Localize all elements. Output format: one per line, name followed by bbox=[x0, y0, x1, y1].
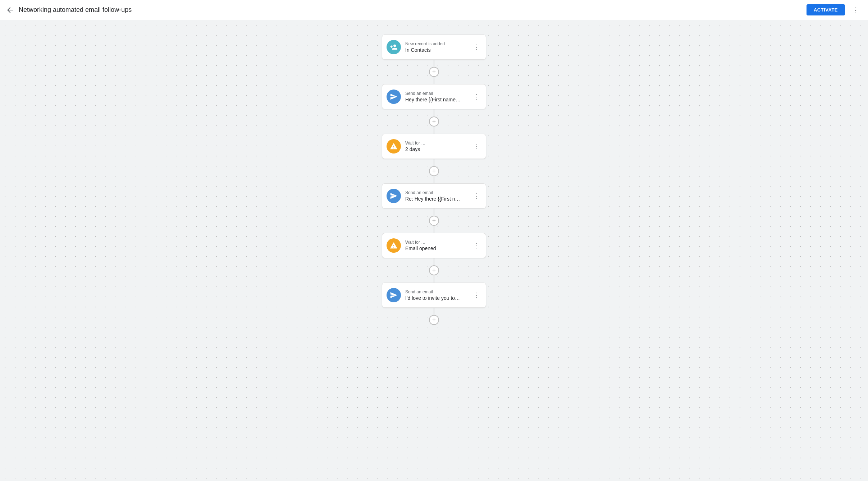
step-email-1-more[interactable]: ⋮ bbox=[472, 91, 481, 102]
step-email-2-label: Send an email bbox=[405, 190, 472, 195]
page-title: Networking automated email follow-ups bbox=[19, 6, 807, 14]
step-trigger-more[interactable]: ⋮ bbox=[472, 42, 481, 52]
step-email-1[interactable]: Send an email Hey there {{First name… ⋮ bbox=[382, 84, 486, 109]
add-step-button-4[interactable]: + bbox=[429, 216, 439, 226]
step-trigger[interactable]: New record is added In Contacts ⋮ bbox=[382, 35, 486, 60]
step-wait-2-label: Wait for … bbox=[405, 240, 472, 245]
connector-4: + bbox=[429, 209, 439, 233]
connector-line bbox=[434, 258, 434, 265]
step-wait-1-label: Wait for … bbox=[405, 141, 472, 146]
connector-line bbox=[434, 176, 434, 183]
activate-button[interactable]: ACTIVATE bbox=[807, 4, 845, 15]
step-email-2[interactable]: Send an email Re: Hey there {{First n… ⋮ bbox=[382, 183, 486, 209]
step-trigger-value: In Contacts bbox=[405, 47, 472, 53]
step-wait-2-more[interactable]: ⋮ bbox=[472, 240, 481, 251]
step-wait-2[interactable]: Wait for … Email opened ⋮ bbox=[382, 233, 486, 258]
step-wait-1-more[interactable]: ⋮ bbox=[472, 141, 481, 152]
connector-line bbox=[434, 127, 434, 134]
send-email-icon bbox=[387, 90, 401, 104]
connector-3: + bbox=[429, 159, 439, 183]
header-more-button[interactable]: ⋮ bbox=[849, 3, 862, 17]
step-email-1-label: Send an email bbox=[405, 91, 472, 96]
header: Networking automated email follow-ups AC… bbox=[0, 0, 868, 20]
add-step-button-1[interactable]: + bbox=[429, 67, 439, 77]
step-email-2-text: Send an email Re: Hey there {{First n… bbox=[405, 190, 472, 202]
back-button[interactable] bbox=[6, 6, 14, 14]
add-step-button-3[interactable]: + bbox=[429, 166, 439, 176]
person-add-icon bbox=[387, 40, 401, 54]
step-email-3-label: Send an email bbox=[405, 289, 472, 294]
step-email-2-more[interactable]: ⋮ bbox=[472, 191, 481, 201]
connector-line bbox=[434, 109, 434, 116]
step-email-3-text: Send an email I'd love to invite you to… bbox=[405, 289, 472, 301]
send-email-icon bbox=[387, 288, 401, 302]
connector-1: + bbox=[429, 60, 439, 84]
wait-clock-icon bbox=[387, 139, 401, 154]
step-trigger-text: New record is added In Contacts bbox=[405, 41, 472, 53]
connector-2: + bbox=[429, 109, 439, 134]
step-email-1-text: Send an email Hey there {{First name… bbox=[405, 91, 472, 102]
add-step-button-6[interactable]: + bbox=[429, 315, 439, 325]
step-email-2-value: Re: Hey there {{First n… bbox=[405, 196, 472, 202]
step-email-3-more[interactable]: ⋮ bbox=[472, 290, 481, 301]
wait-email-icon bbox=[387, 238, 401, 253]
step-email-3[interactable]: Send an email I'd love to invite you to…… bbox=[382, 283, 486, 308]
connector-line bbox=[434, 209, 434, 216]
step-wait-2-value: Email opened bbox=[405, 246, 472, 251]
connector-line bbox=[434, 60, 434, 67]
connector-5: + bbox=[429, 258, 439, 283]
connector-line bbox=[434, 77, 434, 84]
send-email-icon bbox=[387, 189, 401, 203]
step-wait-1[interactable]: Wait for … 2 days ⋮ bbox=[382, 134, 486, 159]
step-wait-1-text: Wait for … 2 days bbox=[405, 141, 472, 152]
automation-canvas: New record is added In Contacts ⋮ + Send… bbox=[0, 20, 868, 481]
add-step-button-5[interactable]: + bbox=[429, 265, 439, 275]
connector-line bbox=[434, 275, 434, 283]
connector-line bbox=[434, 226, 434, 233]
step-trigger-label: New record is added bbox=[405, 41, 472, 46]
flow-container: New record is added In Contacts ⋮ + Send… bbox=[376, 20, 492, 481]
step-email-1-value: Hey there {{First name… bbox=[405, 97, 472, 102]
connector-6: + bbox=[429, 308, 439, 325]
connector-line bbox=[434, 308, 434, 315]
step-wait-1-value: 2 days bbox=[405, 146, 472, 152]
step-email-3-value: I'd love to invite you to… bbox=[405, 295, 472, 301]
add-step-button-2[interactable]: + bbox=[429, 116, 439, 127]
connector-line bbox=[434, 159, 434, 166]
step-wait-2-text: Wait for … Email opened bbox=[405, 240, 472, 251]
